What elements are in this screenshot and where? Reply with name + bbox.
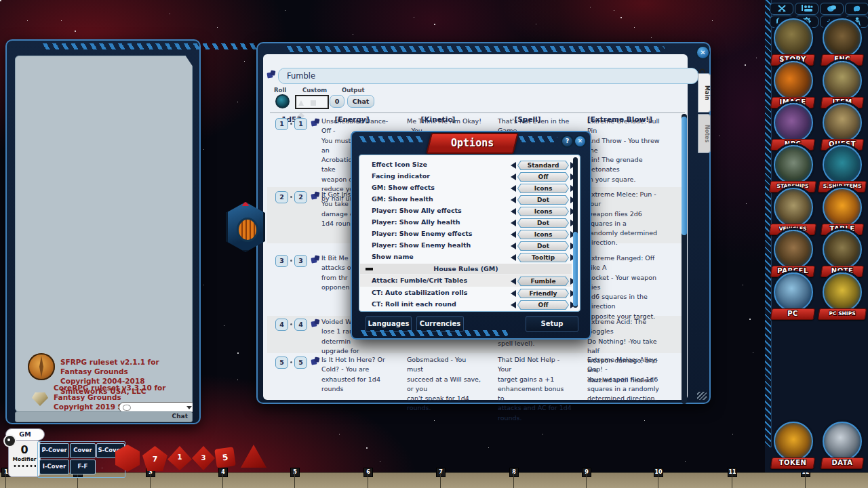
roll-to-badge[interactable]: 3 [294, 255, 307, 267]
sidebar-portrait-sship-items[interactable] [823, 145, 862, 184]
option-row[interactable]: Effect Icon Size Standard [360, 159, 572, 171]
sidebar-item-pc[interactable]: PC [770, 308, 815, 320]
roll-to-badge[interactable]: 2 [294, 191, 307, 203]
f-f-button[interactable]: F-F [70, 460, 96, 474]
option-value-pill[interactable]: Off [517, 300, 569, 310]
cover-button[interactable]: Cover [70, 443, 96, 458]
cycle-left-icon[interactable] [511, 220, 516, 226]
i-cover-button[interactable]: I-Cover [39, 460, 69, 474]
options-title-banner[interactable]: Options [426, 133, 519, 154]
chat-window[interactable]: SFRPG ruleset v2.1.1 for Fantasy Grounds… [5, 39, 201, 424]
sidebar-portrait-npc[interactable] [774, 103, 813, 142]
row-dice-icon[interactable] [311, 118, 320, 127]
sidebar-portrait-vehicles[interactable] [774, 188, 813, 227]
d8-die[interactable]: 3 [192, 446, 215, 470]
help-icon[interactable]: ? [561, 135, 574, 148]
option-value-pill[interactable]: Tooltip [517, 253, 569, 262]
table-title-field[interactable]: Fumble [278, 68, 698, 84]
option-row[interactable]: Player: Show Enemy health Dot [360, 240, 572, 251]
options-scrollbar-track[interactable] [573, 157, 578, 308]
tab-notes[interactable]: Notes [698, 114, 711, 153]
option-value-pill[interactable]: Dot [517, 241, 569, 251]
cycle-left-icon[interactable] [511, 278, 516, 285]
combat-tracker-button[interactable] [770, 3, 793, 15]
roll-to-badge[interactable]: 1 [294, 118, 307, 130]
cycle-left-icon[interactable] [511, 185, 516, 192]
sidebar-portrait-item[interactable] [823, 61, 862, 100]
custom-dice-slots[interactable] [295, 95, 329, 109]
option-row[interactable]: GM: Show health Dot [360, 194, 572, 205]
option-row[interactable]: Player: Show Ally health Dot [360, 217, 572, 228]
sidebar-portrait-parcel[interactable] [774, 230, 813, 269]
d12-die[interactable]: 7 [142, 446, 167, 471]
sidebar-portrait-story[interactable] [774, 18, 813, 58]
p-cover-button[interactable]: P-Cover [39, 443, 69, 458]
roll-to-badge[interactable]: 4 [294, 319, 307, 331]
option-value-pill[interactable]: Dot [517, 218, 569, 228]
option-row[interactable]: CT: Roll init each round Off [360, 299, 572, 310]
option-value-pill[interactable]: Icons [517, 230, 569, 239]
cycle-left-icon[interactable] [511, 254, 516, 261]
sidebar-item-token[interactable]: TOKEN [770, 458, 815, 469]
tab-main[interactable]: Main [698, 73, 711, 113]
cycle-left-icon[interactable] [511, 243, 516, 249]
tokens-bag-button[interactable] [820, 3, 844, 15]
sidebar-portrait-image[interactable] [774, 61, 813, 100]
roll-from-badge[interactable]: 1 [275, 118, 288, 130]
roll-from-badge[interactable]: 5 [275, 357, 288, 369]
table-scrollbar-thumb[interactable] [682, 117, 687, 235]
sidebar-item-data[interactable]: DATA [821, 458, 864, 469]
options-dialog[interactable]: Options ? ✕ Effect Icon Size Standard Fa… [351, 131, 591, 340]
roll-from-badge[interactable]: 4 [275, 319, 288, 331]
sidebar-item-pc-ships[interactable]: PC SHIPS [818, 308, 867, 320]
sidebar-portrait-note[interactable] [823, 230, 862, 269]
sidebar-portrait-data[interactable] [823, 422, 862, 461]
roll-from-badge[interactable]: 3 [275, 255, 288, 267]
maps-button[interactable] [845, 3, 868, 15]
map-edge[interactable] [0, 472, 868, 488]
cycle-left-icon[interactable] [511, 231, 516, 238]
table-window-titlebar[interactable] [285, 46, 665, 52]
custom-count-button[interactable]: 0 [330, 95, 344, 108]
sidebar-portrait-pc-ships[interactable] [823, 272, 862, 312]
option-row[interactable]: Player: Show Enemy effects Icons [360, 228, 572, 240]
roll-to-badge[interactable]: 5 [294, 357, 307, 369]
cycle-left-icon[interactable] [511, 208, 516, 215]
table-scrollbar-track[interactable] [682, 114, 687, 404]
sidebar-portrait-enc[interactable] [823, 18, 862, 58]
party-sheet-button[interactable] [795, 3, 818, 15]
option-value-pill[interactable]: Fumble [517, 277, 569, 286]
chat-entry-bar[interactable]: Chat [15, 411, 193, 422]
setup-button[interactable]: Setup [526, 316, 578, 332]
sidebar-portrait-token[interactable] [774, 422, 813, 461]
modifier-badge-icon[interactable] [3, 434, 16, 447]
resize-grip[interactable] [697, 392, 707, 400]
option-value-pill[interactable]: Icons [517, 184, 569, 193]
option-row[interactable]: Player: Show Ally effects Icons [360, 205, 572, 217]
cycle-left-icon[interactable] [511, 162, 516, 169]
close-icon[interactable]: ✕ [696, 45, 710, 60]
d6-die[interactable]: 5 [214, 447, 236, 468]
options-section-house-rules[interactable]: House Rules (GM) [360, 264, 572, 274]
close-icon[interactable]: ✕ [574, 135, 587, 148]
option-value-pill[interactable]: Friendly [517, 289, 569, 298]
option-row[interactable]: CT: Auto stabilization rolls Friendly [360, 287, 572, 299]
sidebar-portrait-starships[interactable] [774, 145, 813, 184]
row-dice-icon[interactable] [311, 191, 320, 201]
chat-log[interactable]: SFRPG ruleset v2.1.1 for Fantasy Grounds… [15, 56, 193, 412]
chat-tab-label[interactable]: Chat [172, 413, 188, 420]
sidebar-portrait-quest[interactable] [823, 103, 862, 142]
options-scrollbar-thumb[interactable] [573, 232, 578, 306]
option-row[interactable]: GM: Show effects Icons [360, 182, 572, 194]
option-value-pill[interactable]: Dot [517, 195, 569, 205]
d4-die[interactable] [241, 445, 267, 468]
row-dice-icon[interactable] [311, 255, 320, 264]
sidebar-portrait-table[interactable] [823, 188, 862, 227]
roll-from-badge[interactable]: 2 [275, 191, 288, 203]
sidebar-portrait-pc[interactable] [774, 272, 813, 312]
row-dice-icon[interactable] [311, 319, 320, 328]
cycle-left-icon[interactable] [511, 174, 516, 180]
option-row[interactable]: Show name Tooltip [360, 251, 572, 263]
option-row-highlighted[interactable]: Attack: Fumble/Crit Tables Fumble [360, 275, 572, 287]
cycle-left-icon[interactable] [511, 197, 516, 203]
